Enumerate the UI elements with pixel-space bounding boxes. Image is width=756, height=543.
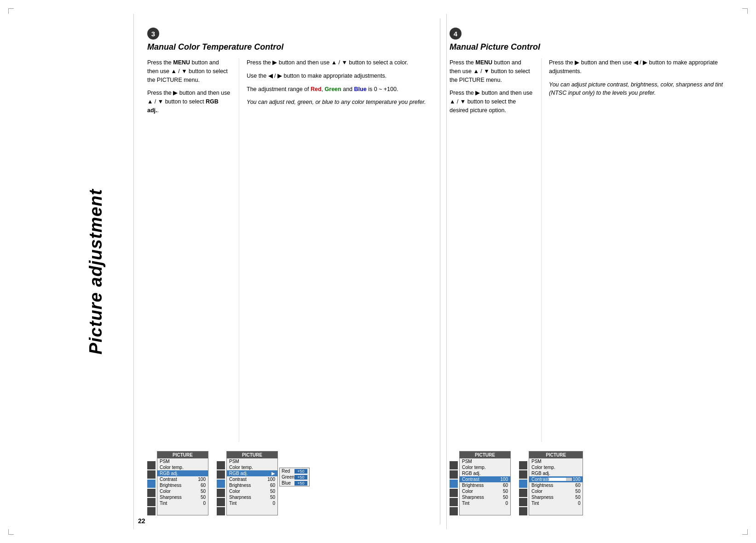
left-divider — [133, 14, 134, 529]
section-3-left-p1: Press the MENU button and then use ▲ / ▼… — [147, 58, 231, 84]
osd-row-sharpness-1: Sharpness50 — [157, 494, 208, 500]
section-4-columns: Press the MENU button and then use ▲ / ▼… — [450, 58, 733, 442]
osd-row-contrast-3: Contrast100 — [460, 476, 510, 482]
icon-4-5 — [519, 498, 527, 506]
osd-row-sharpness-2: Sharpness50 — [227, 494, 277, 500]
osd-table-3-header: PICTURE — [460, 452, 510, 458]
section-3-right-p4: You can adjust red, green, or blue to an… — [247, 98, 431, 107]
icon-2-5 — [217, 498, 225, 506]
osd-row-contrast-4: Contrast 100 — [529, 476, 583, 482]
icon-2-2 — [217, 470, 225, 479]
section-3-screenshots: PICTURE PSM Color temp. RGB adj. Contras… — [147, 442, 431, 515]
osd-icons-2 — [217, 461, 225, 515]
osd-rgb-submenu: Red +50 Green +50 Blue +50 — [279, 468, 310, 486]
icon-2-1 — [217, 461, 225, 469]
osd-row-rgbadj-4: RGB adj. — [529, 470, 583, 476]
icon-3 — [147, 480, 156, 488]
corner-mark-br — [742, 529, 748, 535]
icon-3-2 — [450, 470, 458, 479]
section-4-col-right: Press the ▶ button and then use ◀ / ▶ bu… — [542, 58, 733, 442]
osd-row-psm-4: PSM — [529, 458, 583, 464]
osd-row-colortemp-2: Color temp. — [227, 464, 277, 470]
section-3-col-right: Press the ▶ button and then use ▲ / ▼ bu… — [239, 58, 431, 442]
main-content: 3 Manual Color Temperature Control Press… — [138, 18, 742, 525]
osd-icons-4 — [519, 461, 527, 515]
contrast-bar-fill — [549, 478, 566, 481]
osd-row-brightness-2: Brightness60 — [227, 482, 277, 488]
osd-row-tint-4: Tint0 — [529, 500, 583, 506]
section-4-left-p1: Press the MENU button and then use ▲ / ▼… — [450, 58, 534, 84]
icon-2 — [147, 470, 156, 479]
osd-table-4-header: PICTURE — [529, 452, 583, 458]
icon-3-3 — [450, 480, 458, 488]
icon-2-4 — [217, 489, 225, 497]
osd-row-brightness-1: Brightness60 — [157, 482, 208, 488]
osd-row-brightness-3: Brightness60 — [460, 482, 510, 488]
icon-4-6 — [519, 507, 527, 515]
icon-4-2 — [519, 470, 527, 479]
osd-rgb-red-value: +50 — [294, 469, 307, 474]
osd-icons-3 — [450, 461, 458, 515]
section-4: 4 Manual Picture Control Press the MENU … — [440, 18, 742, 525]
osd-row-contrast-1: Contrast100 — [157, 476, 208, 482]
osd-row-tint-3: Tint0 — [460, 500, 510, 506]
osd-table-4: PICTURE PSM Color temp. RGB adj. Contras… — [529, 451, 583, 515]
osd-row-rgbadj-2: RGB adj.▶ — [227, 470, 277, 476]
section-4-screenshots: PICTURE PSM Color temp. RGB adj. Contras… — [450, 442, 733, 515]
page-title: Picture adjustment — [86, 189, 106, 354]
osd-row-color-2: Color50 — [227, 488, 277, 494]
osd-row-color-3: Color50 — [460, 488, 510, 494]
osd-table-1: PICTURE PSM Color temp. RGB adj. Contras… — [157, 451, 208, 515]
icon-1 — [147, 461, 156, 469]
icon-2-3 — [217, 480, 225, 488]
icon-3-6 — [450, 507, 458, 515]
section-3-right-p1: Press the ▶ button and then use ▲ / ▼ bu… — [247, 58, 431, 67]
osd-row-tint-1: Tint0 — [157, 500, 208, 506]
osd-rgb-green-value: +50 — [294, 475, 307, 480]
osd-row-psm-2: PSM — [227, 458, 277, 464]
section-3-title: Manual Color Temperature Control — [147, 42, 431, 52]
section-4-right-p1: Press the ▶ button and then use ◀ / ▶ bu… — [549, 58, 733, 76]
corner-mark-bl — [8, 529, 14, 535]
osd-table-1-header: PICTURE — [157, 452, 208, 458]
section-3-right-p2: Use the ◀ / ▶ button to make appropriate… — [247, 72, 431, 80]
icon-4-3 — [519, 480, 527, 488]
section-4-title: Manual Picture Control — [450, 42, 733, 52]
osd-row-color-4: Color50 — [529, 488, 583, 494]
osd-row-tint-2: Tint0 — [227, 500, 277, 506]
osd-table-3: PICTURE PSM Color temp. RGB adj. Contras… — [459, 451, 511, 515]
osd-row-sharpness-4: Sharpness50 — [529, 494, 583, 500]
icon-2-6 — [217, 507, 225, 515]
osd-table-2-header: PICTURE — [227, 452, 277, 458]
osd-row-rgbadj-3: RGB adj. — [460, 470, 510, 476]
osd-menu-2: PICTURE PSM Color temp. RGB adj.▶ Contra… — [217, 451, 278, 515]
corner-mark-tl — [8, 8, 14, 14]
osd-menu-4: PICTURE PSM Color temp. RGB adj. Contras… — [519, 451, 583, 515]
icon-4 — [147, 489, 156, 497]
osd-menu-2-group: PICTURE PSM Color temp. RGB adj.▶ Contra… — [217, 451, 310, 515]
osd-row-psm-1: PSM — [157, 458, 208, 464]
section-3-right-p3: The adjustment range of Red, Green and B… — [247, 85, 431, 94]
osd-row-brightness-4: Brightness60 — [529, 482, 583, 488]
osd-rgb-blue-value: +50 — [294, 481, 307, 486]
section-3-columns: Press the MENU button and then use ▲ / ▼… — [147, 58, 431, 442]
osd-row-rgbadj-1: RGB adj. — [157, 470, 208, 476]
icon-5 — [147, 498, 156, 506]
osd-row-color-1: Color50 — [157, 488, 208, 494]
section-4-left-p2: Press the ▶ button and then use ▲ / ▼ bu… — [450, 89, 534, 114]
section-3-col-left: Press the MENU button and then use ▲ / ▼… — [147, 58, 239, 442]
step-badge-3: 3 — [147, 28, 159, 40]
osd-table-2: PICTURE PSM Color temp. RGB adj.▶ Contra… — [226, 451, 278, 515]
corner-mark-tr — [742, 8, 748, 14]
step-badge-4: 4 — [450, 28, 462, 40]
icon-4-4 — [519, 489, 527, 497]
osd-rgb-red: Red +50 — [280, 468, 309, 474]
icon-3-1 — [450, 461, 458, 469]
osd-menu-1: PICTURE PSM Color temp. RGB adj. Contras… — [147, 451, 208, 515]
section-4-right-p2: You can adjust picture contrast, brightn… — [549, 80, 733, 98]
icon-4-1 — [519, 461, 527, 469]
osd-row-sharpness-3: Sharpness50 — [460, 494, 510, 500]
section-4-col-left: Press the MENU button and then use ▲ / ▼… — [450, 58, 542, 442]
section-3: 3 Manual Color Temperature Control Press… — [138, 18, 440, 525]
osd-rgb-blue: Blue +50 — [280, 480, 309, 486]
